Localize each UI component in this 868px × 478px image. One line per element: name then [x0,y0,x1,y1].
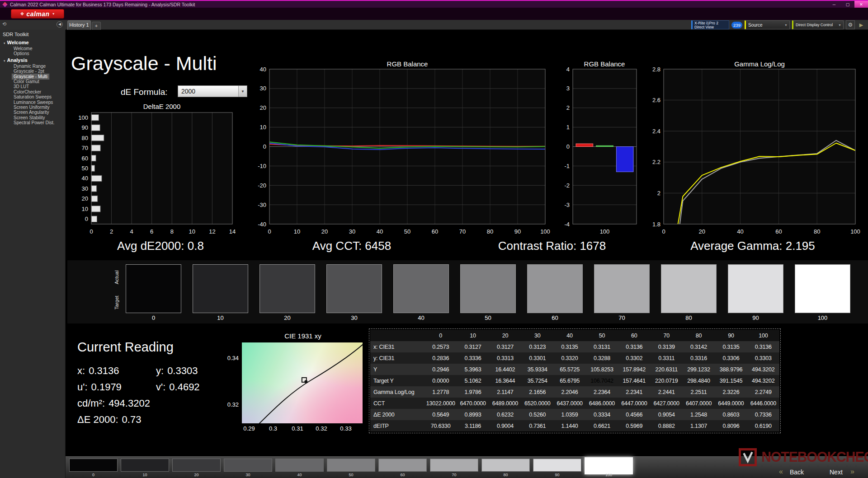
add-tab-button[interactable]: + [92,22,101,30]
table-cell[interactable]: 0.3142 [683,341,715,352]
table-cell[interactable]: 2.1147 [489,386,521,398]
table-cell[interactable]: 298.4840 [683,375,715,386]
sidebar-item-spectral-power-dist[interactable]: Spectral Power Dist. [12,120,56,125]
table-cell[interactable]: 0.3306 [715,352,747,364]
table-cell[interactable]: 2.2441 [651,386,683,398]
table-cell[interactable]: 0.3320 [553,352,585,364]
gear-icon[interactable]: ⚙ [846,20,855,29]
meter-button[interactable]: X-Rite i1Pro 2 Direct View [691,20,729,29]
next-chevrons-icon[interactable]: » [850,468,854,476]
source-dropdown[interactable]: Source ▼ [745,20,790,29]
table-cell[interactable]: 1.2778 [425,386,457,398]
table-cell[interactable]: 0.3336 [457,352,489,364]
table-cell[interactable]: 65.5725 [553,364,585,375]
table-cell[interactable]: 391.1545 [715,375,747,386]
table-cell[interactable]: 0.5649 [425,409,457,420]
back-chevrons-icon[interactable]: « [779,468,783,476]
table-cell[interactable]: 65.6795 [553,375,585,386]
table-cell[interactable]: 0.8993 [457,409,489,420]
table-cell[interactable]: 0.3136 [618,341,650,352]
table-cell[interactable]: 35.7254 [521,375,553,386]
table-cell[interactable]: 157.8942 [618,364,650,375]
sidebar-item-dynamic-range[interactable]: Dynamic Range [12,64,47,69]
level-button-60[interactable] [378,459,427,472]
level-button-100[interactable] [585,457,633,474]
table-cell[interactable]: 2.1656 [521,386,553,398]
table-cell[interactable]: 0.8603 [715,409,747,420]
table-cell[interactable]: 388.9796 [715,364,747,375]
level-button-80[interactable] [481,459,530,472]
table-cell[interactable]: 0.3303 [747,352,779,364]
sidebar-item-grayscale-2pt[interactable]: Grayscale - 2pt [12,69,46,74]
table-cell[interactable]: 0.5969 [618,420,650,431]
level-button-70[interactable] [430,459,478,472]
table-cell[interactable]: 0.3311 [651,352,683,364]
table-cell[interactable]: 0.3288 [586,352,618,364]
table-cell[interactable]: 3.1186 [457,420,489,431]
calman-menu-button[interactable]: ❖ calman ▼ [11,9,64,19]
table-cell[interactable]: 0.3313 [489,352,521,364]
table-cell[interactable]: 0.3135 [553,341,585,352]
table-cell[interactable]: 70.6330 [425,420,457,431]
table-cell[interactable]: 0.2836 [425,352,457,364]
level-button-10[interactable] [121,459,169,472]
minimize-button[interactable]: ─ [827,1,841,8]
expand-panel-arrow-icon[interactable]: ▶ [857,20,865,29]
table-cell[interactable]: 2.2511 [683,386,715,398]
table-cell[interactable]: 1.1440 [553,420,585,431]
table-cell[interactable]: 494.3202 [747,364,779,375]
sidebar-item-3d-lut[interactable]: 3D LUT [12,84,30,89]
table-cell[interactable]: 0.8096 [715,420,747,431]
table-cell[interactable]: 0.3127 [489,341,521,352]
sidebar-item-screen-stability[interactable]: Screen Stability [12,115,46,120]
table-cell[interactable]: 0.3135 [715,341,747,352]
table-cell[interactable]: 0.3139 [651,341,683,352]
table-cell[interactable]: 2.2341 [618,386,650,398]
table-cell[interactable]: 13022.0000 [425,398,457,409]
table-cell[interactable]: 0.9054 [651,409,683,420]
tree-expander-icon[interactable]: ▾ [4,59,5,62]
table-cell[interactable]: 0.0000 [425,375,457,386]
maximize-button[interactable]: ▢ [841,1,854,8]
table-cell[interactable]: 105.8253 [586,364,618,375]
level-button-50[interactable] [327,459,375,472]
level-button-90[interactable] [533,459,581,472]
table-cell[interactable]: 6486.0000 [586,398,618,409]
tab-history-1[interactable]: History 1 [67,20,91,30]
sidebar-item-color-gamut[interactable]: Color Gamut [12,79,41,84]
level-button-20[interactable] [172,459,221,472]
table-cell[interactable]: 0.3127 [457,341,489,352]
table-cell[interactable]: 16.4402 [489,364,521,375]
table-cell[interactable]: 0.9004 [489,420,521,431]
sidebar-item-saturation-sweeps[interactable]: Saturation Sweeps [12,94,53,99]
table-cell[interactable]: 0.6190 [747,420,779,431]
table-cell[interactable]: 157.4641 [618,375,650,386]
table-cell[interactable]: 0.3334 [586,409,618,420]
table-cell[interactable]: 0.2573 [425,341,457,352]
table-cell[interactable]: 1.9786 [457,386,489,398]
table-cell[interactable]: 0.6621 [586,420,618,431]
table-cell[interactable]: 35.9334 [521,364,553,375]
table-cell[interactable]: 16.3644 [489,375,521,386]
table-cell[interactable]: 6446.0000 [747,398,779,409]
collapse-sidebar-icon[interactable]: ◀ [57,21,63,28]
table-cell[interactable]: 2.2749 [747,386,779,398]
sidebar-item-screen-angularity[interactable]: Screen Angularity [12,110,50,115]
level-button-40[interactable] [275,459,324,472]
next-button[interactable]: Next [830,469,843,476]
table-cell[interactable]: 0.3316 [683,352,715,364]
table-cell[interactable]: 0.4566 [618,409,650,420]
table-cell[interactable]: 220.6311 [651,364,683,375]
table-cell[interactable]: 0.3302 [618,352,650,364]
table-cell[interactable]: 6437.0000 [553,398,585,409]
table-cell[interactable]: 2.2046 [553,386,585,398]
sidebar-item-options[interactable]: Options [12,51,30,56]
table-cell[interactable]: 2.3226 [715,386,747,398]
table-cell[interactable]: 0.7361 [521,420,553,431]
table-cell[interactable]: 0.3131 [586,341,618,352]
table-cell[interactable]: 5.1062 [457,375,489,386]
table-cell[interactable]: 6427.0000 [651,398,683,409]
table-cell[interactable]: 6449.0000 [715,398,747,409]
sidebar-group-welcome[interactable]: ▾Welcome [0,40,65,46]
table-cell[interactable]: 6470.0000 [457,398,489,409]
